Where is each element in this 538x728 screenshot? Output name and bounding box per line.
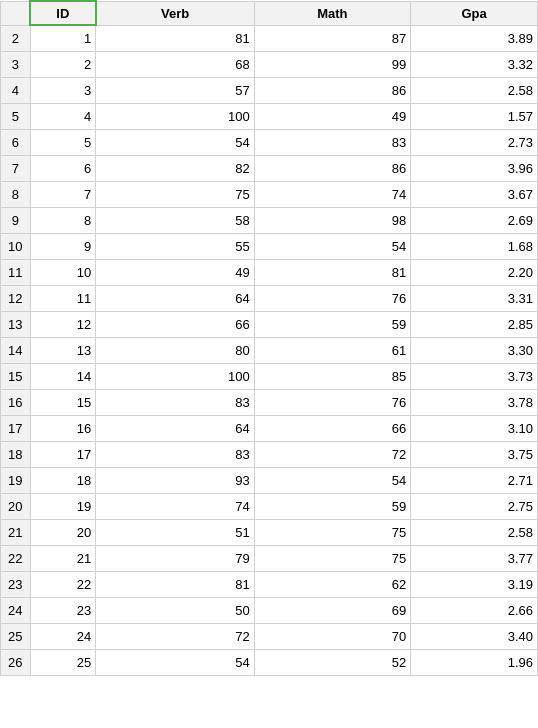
cell-verb[interactable]: 81 [96,571,255,597]
cell-id[interactable]: 19 [30,493,96,519]
cell-verb[interactable]: 100 [96,363,255,389]
cell-math[interactable]: 59 [254,493,410,519]
table-row[interactable]: 54100491.57 [1,103,538,129]
cell-gpa[interactable]: 2.69 [411,207,538,233]
cell-math[interactable]: 61 [254,337,410,363]
table-row[interactable]: 191893542.71 [1,467,538,493]
table-row[interactable]: 201974592.75 [1,493,538,519]
table-row[interactable]: 232281623.19 [1,571,538,597]
cell-verb[interactable]: 81 [96,25,255,51]
cell-math[interactable]: 86 [254,77,410,103]
cell-gpa[interactable]: 3.89 [411,25,538,51]
cell-verb[interactable]: 72 [96,623,255,649]
table-row[interactable]: 10955541.68 [1,233,538,259]
cell-verb[interactable]: 80 [96,337,255,363]
cell-id[interactable]: 7 [30,181,96,207]
cell-gpa[interactable]: 3.19 [411,571,538,597]
table-row[interactable]: 7682863.96 [1,155,538,181]
cell-math[interactable]: 54 [254,233,410,259]
table-row[interactable]: 242350692.66 [1,597,538,623]
cell-math[interactable]: 76 [254,389,410,415]
cell-math[interactable]: 81 [254,259,410,285]
cell-math[interactable]: 75 [254,545,410,571]
cell-verb[interactable]: 79 [96,545,255,571]
cell-gpa[interactable]: 2.71 [411,467,538,493]
cell-math[interactable]: 62 [254,571,410,597]
cell-verb[interactable]: 64 [96,285,255,311]
cell-math[interactable]: 66 [254,415,410,441]
cell-verb[interactable]: 83 [96,389,255,415]
cell-verb[interactable]: 50 [96,597,255,623]
cell-verb[interactable]: 75 [96,181,255,207]
cell-verb[interactable]: 83 [96,441,255,467]
cell-id[interactable]: 22 [30,571,96,597]
cell-verb[interactable]: 54 [96,129,255,155]
table-row[interactable]: 262554521.96 [1,649,538,675]
table-row[interactable]: 131266592.85 [1,311,538,337]
cell-verb[interactable]: 55 [96,233,255,259]
cell-gpa[interactable]: 1.96 [411,649,538,675]
cell-id[interactable]: 23 [30,597,96,623]
cell-id[interactable]: 21 [30,545,96,571]
table-row[interactable]: 121164763.31 [1,285,538,311]
cell-verb[interactable]: 51 [96,519,255,545]
cell-id[interactable]: 3 [30,77,96,103]
cell-verb[interactable]: 54 [96,649,255,675]
cell-verb[interactable]: 66 [96,311,255,337]
table-row[interactable]: 141380613.30 [1,337,538,363]
cell-id[interactable]: 2 [30,51,96,77]
cell-math[interactable]: 52 [254,649,410,675]
cell-verb[interactable]: 93 [96,467,255,493]
cell-math[interactable]: 69 [254,597,410,623]
cell-gpa[interactable]: 3.96 [411,155,538,181]
table-row[interactable]: 3268993.32 [1,51,538,77]
cell-gpa[interactable]: 3.31 [411,285,538,311]
table-row[interactable]: 6554832.73 [1,129,538,155]
cell-math[interactable]: 54 [254,467,410,493]
cell-math[interactable]: 72 [254,441,410,467]
header-id[interactable]: ID [30,1,96,25]
cell-math[interactable]: 59 [254,311,410,337]
cell-math[interactable]: 99 [254,51,410,77]
cell-math[interactable]: 87 [254,25,410,51]
cell-id[interactable]: 17 [30,441,96,467]
cell-math[interactable]: 74 [254,181,410,207]
cell-id[interactable]: 16 [30,415,96,441]
table-row[interactable]: 8775743.67 [1,181,538,207]
cell-gpa[interactable]: 1.57 [411,103,538,129]
cell-id[interactable]: 11 [30,285,96,311]
cell-gpa[interactable]: 2.85 [411,311,538,337]
cell-math[interactable]: 98 [254,207,410,233]
cell-id[interactable]: 14 [30,363,96,389]
cell-gpa[interactable]: 3.10 [411,415,538,441]
cell-verb[interactable]: 58 [96,207,255,233]
cell-id[interactable]: 20 [30,519,96,545]
cell-gpa[interactable]: 3.78 [411,389,538,415]
cell-verb[interactable]: 74 [96,493,255,519]
header-verb[interactable]: Verb [96,1,255,25]
cell-math[interactable]: 70 [254,623,410,649]
cell-verb[interactable]: 100 [96,103,255,129]
header-math[interactable]: Math [254,1,410,25]
table-row[interactable]: 222179753.77 [1,545,538,571]
cell-math[interactable]: 49 [254,103,410,129]
cell-gpa[interactable]: 2.75 [411,493,538,519]
table-row[interactable]: 252472703.40 [1,623,538,649]
cell-id[interactable]: 8 [30,207,96,233]
table-row[interactable]: 9858982.69 [1,207,538,233]
cell-gpa[interactable]: 2.58 [411,77,538,103]
cell-gpa[interactable]: 2.58 [411,519,538,545]
cell-gpa[interactable]: 2.66 [411,597,538,623]
table-row[interactable]: 212051752.58 [1,519,538,545]
cell-id[interactable]: 25 [30,649,96,675]
table-row[interactable]: 1514100853.73 [1,363,538,389]
cell-gpa[interactable]: 2.73 [411,129,538,155]
cell-verb[interactable]: 68 [96,51,255,77]
cell-gpa[interactable]: 3.32 [411,51,538,77]
cell-verb[interactable]: 64 [96,415,255,441]
cell-verb[interactable]: 82 [96,155,255,181]
cell-math[interactable]: 76 [254,285,410,311]
cell-id[interactable]: 5 [30,129,96,155]
cell-math[interactable]: 85 [254,363,410,389]
cell-gpa[interactable]: 3.40 [411,623,538,649]
